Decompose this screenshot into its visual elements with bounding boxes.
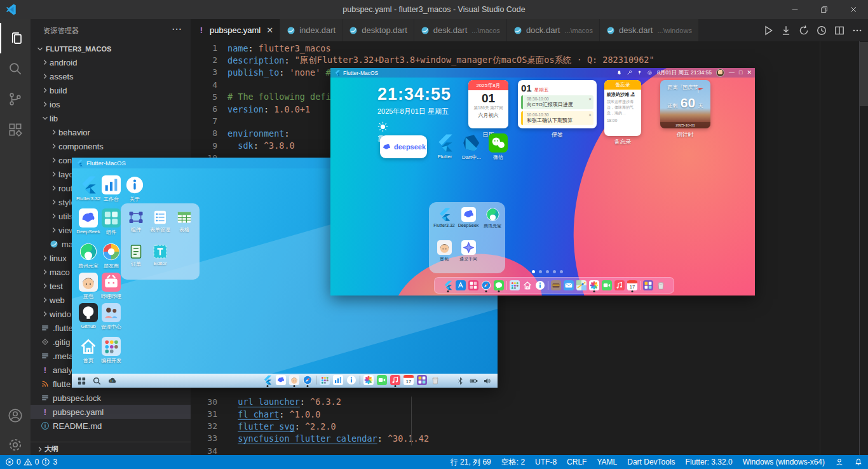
dock-safari-icon[interactable] [302, 375, 313, 385]
page-dot[interactable] [539, 270, 542, 273]
app-icon-flutter[interactable]: Flutter [432, 133, 458, 160]
battery-icon[interactable] [470, 377, 478, 385]
feedback-icon[interactable] [835, 458, 844, 466]
tree-item-pubspec-yaml[interactable]: !pubspec.yaml [31, 405, 201, 419]
activity-explorer[interactable] [0, 23, 32, 53]
folder-app-表格[interactable]: 表格 [173, 210, 196, 233]
more-actions-icon[interactable] [851, 25, 863, 36]
page-dot[interactable] [546, 270, 549, 273]
target-platform[interactable]: Windows (windows-x64) [743, 458, 825, 466]
app-icon-关于[interactable]: 关于 [121, 175, 149, 203]
code-line-30[interactable]: 30 url_launcher: ^6.3.2 [191, 396, 341, 408]
history-icon[interactable] [816, 25, 827, 36]
bell-icon[interactable] [616, 70, 622, 76]
problems-indicator[interactable]: 003 [5, 458, 57, 466]
dock-devgrid-icon[interactable] [510, 280, 520, 290]
tree-item-readme-md[interactable]: README.md [31, 419, 201, 433]
explorer-more-actions[interactable]: ⋯ [172, 23, 182, 35]
countdown-widget[interactable]: 距离『国庆节』 还剩 60 天 2025-10-01 [660, 80, 710, 128]
window-b-menubar[interactable]: Flutter-MacOS 8月01日 周五 21:34:55 — □ ✕ [330, 68, 755, 78]
project-root[interactable]: FLUTTER3_MACOS [31, 43, 191, 55]
dock-doubao-icon[interactable] [289, 375, 299, 385]
activity-search[interactable] [0, 53, 31, 84]
pin-icon[interactable] [637, 70, 642, 76]
dock-mail-icon[interactable] [564, 280, 574, 290]
dock-maps-icon[interactable] [576, 280, 587, 290]
panel-app-flutter3-32[interactable]: Flutter3.32 [433, 207, 456, 228]
tools-icon[interactable] [627, 70, 632, 76]
indentation[interactable]: 空格: 2 [501, 457, 525, 468]
app-icon-哔哩哔哩[interactable]: 哔哩哔哩 [97, 273, 125, 300]
tab-pubspec-yaml[interactable]: !pubspec.yaml✕ [191, 19, 280, 41]
code-line-8[interactable]: 8environment: [191, 127, 290, 139]
dock-tilesPurple-icon[interactable] [643, 280, 653, 290]
code-line-31[interactable]: 31 fl_chart: ^1.0.0 [191, 408, 320, 420]
page-dot-active[interactable] [532, 270, 535, 273]
dock-whaleSq-icon[interactable] [276, 375, 286, 385]
pagination-dots[interactable] [532, 270, 563, 273]
dock-safari-icon[interactable] [481, 280, 491, 290]
tab-desk-dart-windows[interactable]: desk.dart...\windows [600, 19, 699, 41]
tree-item-ios[interactable]: ios [31, 97, 201, 111]
dock-homeW-icon[interactable] [522, 280, 532, 290]
code-line-1[interactable]: 1name: flutter3_macos [191, 42, 331, 54]
flutter-version[interactable]: Flutter: 3.32.0 [686, 458, 733, 466]
dock-music-icon[interactable] [390, 375, 400, 385]
code-line-2[interactable]: 2description: "原创Flutter3.32+Dart3.8+win… [191, 54, 654, 66]
code-line-32[interactable]: 32 flutter_svg: ^2.2.0 [191, 420, 336, 432]
weather-icon[interactable] [107, 376, 117, 386]
tree-item-build[interactable]: build [31, 83, 201, 97]
sync-icon[interactable] [798, 25, 810, 36]
dock-tilesPurple-icon[interactable] [417, 375, 427, 385]
tree-item-assets[interactable]: assets [31, 69, 201, 83]
outline-section[interactable]: 大纲 [31, 442, 191, 456]
page-dot[interactable] [553, 270, 556, 273]
launchpad-icon[interactable] [77, 376, 86, 386]
dock-flutter-icon[interactable] [262, 375, 273, 385]
dock-facetime-icon[interactable] [602, 280, 612, 290]
folder-app-editor[interactable]: Editor [149, 244, 172, 266]
flutter-macos-window-b[interactable]: Flutter-MacOS 8月01日 周五 21:34:55 — □ ✕ 21… [330, 68, 755, 296]
dock-facetime-icon[interactable] [377, 375, 387, 385]
activity-source-control[interactable] [0, 84, 31, 114]
note-entry[interactable]: 10:00-10:30和张工确认下期预算✕ [521, 111, 593, 125]
dock-infoCircle-icon[interactable] [535, 280, 545, 290]
gear-icon[interactable] [647, 70, 653, 76]
calendar-widget[interactable]: 2025年8月 01 第186天 第27周 六月初六 [468, 80, 508, 128]
app-icon-管理中心[interactable]: 管理中心 [97, 303, 125, 330]
dock-calendar-icon[interactable]: 17 [627, 280, 637, 290]
tab-close-icon[interactable]: ✕ [266, 25, 273, 35]
language-mode[interactable]: YAML [597, 458, 617, 466]
tree-item-android[interactable]: android [31, 55, 201, 69]
folder-app-表单管理[interactable]: 表单管理 [149, 210, 172, 233]
cursor-position[interactable]: 行 21, 列 69 [451, 457, 491, 468]
activity-account[interactable] [0, 400, 31, 431]
notifications-bell-icon[interactable] [854, 458, 863, 466]
dock-flutter-icon[interactable] [443, 280, 453, 290]
memo-widget[interactable]: 备忘录 鼓浪屿沙滩 🏖 我常这样漫步海边，体味海的气息，海的… 18:00 [604, 80, 641, 136]
activity-extensions[interactable] [0, 114, 31, 145]
encoding[interactable]: UTF-8 [535, 458, 557, 466]
tree-item-components[interactable]: components [31, 139, 210, 153]
panel-app-通义千问[interactable]: 通义千问 [457, 240, 480, 262]
folder-panel[interactable]: 组件表单管理表格订单Editor [121, 203, 200, 280]
dock-music-icon[interactable] [614, 280, 625, 290]
bluetooth-icon[interactable] [456, 377, 465, 385]
code-line-5[interactable]: 5# The following defin [191, 91, 336, 103]
dock-trash-icon[interactable] [430, 375, 440, 385]
code-line-6[interactable]: 6version: 1.0.0+1 [191, 103, 310, 115]
dock-trash-icon[interactable] [656, 280, 666, 290]
volume-icon[interactable] [483, 377, 491, 385]
panel-app-腾讯元宝[interactable]: 腾讯元宝 [481, 207, 504, 229]
code-line-3[interactable]: 3publish_to: 'none' # [191, 66, 336, 78]
scrollbar-thumb[interactable] [860, 42, 868, 106]
close-icon[interactable]: ✕ [588, 112, 592, 117]
minimize-button[interactable] [780, 0, 810, 19]
app-icon-编程开发[interactable]: 编程开发 [97, 337, 125, 364]
dock-tilesPink-icon[interactable] [468, 280, 478, 290]
code-line-33[interactable]: 33 syncfusion_flutter_calendar: ^30.1.42 [191, 432, 429, 444]
eol[interactable]: CRLF [567, 458, 587, 466]
dock-photos-icon[interactable] [363, 375, 374, 385]
search-icon[interactable] [92, 376, 102, 386]
avatar[interactable] [716, 69, 724, 77]
